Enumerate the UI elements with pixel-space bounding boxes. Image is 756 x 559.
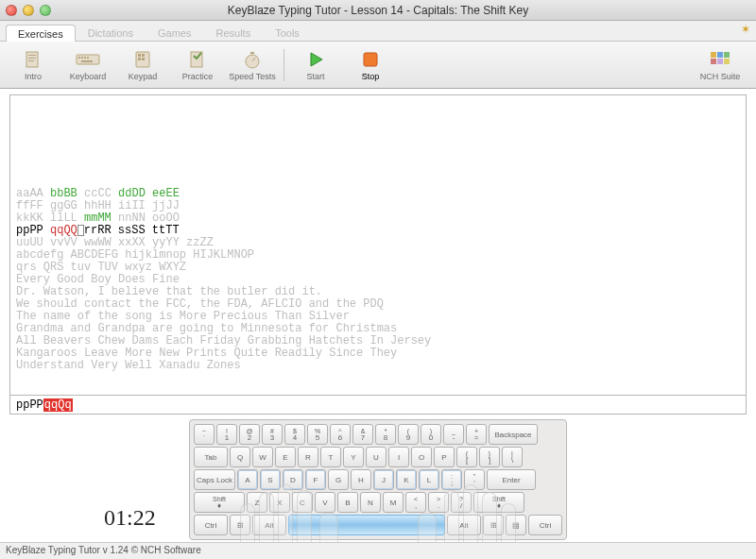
keypad-button[interactable]: Keypad bbox=[119, 44, 166, 86]
nch-label: NCH Suite bbox=[700, 72, 741, 81]
lesson-text: aaAA bbBB ccCC ddDD eeEE ffFF ggGG hhHH … bbox=[9, 94, 747, 396]
keyboard-button[interactable]: Keyboard bbox=[64, 44, 112, 86]
key-o: O bbox=[411, 447, 432, 467]
key-: {[ bbox=[456, 447, 477, 467]
key-p: P bbox=[434, 447, 455, 467]
svg-rect-14 bbox=[142, 58, 145, 60]
key-8: *8 bbox=[375, 424, 396, 445]
statusbar: KeyBlaze Typing Tutor v 1.24 © NCH Softw… bbox=[0, 542, 756, 559]
key-space bbox=[288, 515, 445, 535]
sync-icon[interactable]: ✶ bbox=[741, 23, 750, 36]
practice-icon bbox=[185, 49, 210, 70]
nch-suite-button[interactable]: NCH Suite bbox=[694, 44, 747, 86]
svg-rect-21 bbox=[717, 52, 723, 58]
play-icon bbox=[303, 49, 328, 70]
svg-rect-13 bbox=[138, 58, 141, 60]
tabstrip: Exercises Dictations Games Results Tools… bbox=[0, 21, 756, 42]
svg-rect-1 bbox=[28, 55, 36, 56]
key-5: %5 bbox=[307, 424, 328, 445]
stop-button[interactable]: Stop bbox=[347, 44, 394, 86]
tab-dictations[interactable]: Dictations bbox=[76, 24, 146, 41]
window-controls bbox=[6, 5, 51, 16]
key-x: X bbox=[269, 492, 290, 513]
key-3: #3 bbox=[262, 424, 283, 445]
key-: _- bbox=[443, 424, 464, 445]
key-j: J bbox=[373, 469, 394, 490]
tab-exercises[interactable]: Exercises bbox=[6, 25, 76, 42]
key-2: @2 bbox=[239, 424, 260, 445]
svg-rect-9 bbox=[81, 60, 93, 62]
key-0: )0 bbox=[421, 424, 441, 445]
svg-rect-0 bbox=[26, 52, 38, 67]
key-f: F bbox=[305, 469, 326, 490]
key-u: U bbox=[366, 447, 387, 467]
tab-games[interactable]: Games bbox=[146, 24, 203, 41]
key-w: W bbox=[252, 447, 273, 467]
speedtests-button[interactable]: Speed Tests bbox=[229, 44, 276, 86]
grid-icon bbox=[708, 49, 732, 70]
practice-label: Practice bbox=[182, 72, 214, 81]
key-z: Z bbox=[247, 492, 267, 513]
key-: ▤ bbox=[506, 515, 526, 535]
key-: <, bbox=[405, 492, 426, 513]
practice-button[interactable]: Practice bbox=[174, 44, 221, 86]
key-s: S bbox=[260, 469, 281, 490]
key-: ⊞ bbox=[483, 515, 504, 535]
key-enter: Enter bbox=[487, 469, 536, 490]
key-y: Y bbox=[343, 447, 364, 467]
svg-rect-24 bbox=[717, 59, 723, 64]
content-area: aaAA bbBB ccCC ddDD eeEE ffFF ggGG hhHH … bbox=[0, 89, 756, 416]
intro-button[interactable]: Intro bbox=[9, 44, 57, 86]
tab-tools[interactable]: Tools bbox=[263, 24, 312, 41]
stop-label: Stop bbox=[362, 72, 380, 81]
start-label: Start bbox=[306, 72, 324, 81]
svg-rect-23 bbox=[711, 59, 716, 64]
key-b: B bbox=[337, 492, 358, 513]
input-error: qqQq bbox=[43, 398, 73, 412]
zoom-icon[interactable] bbox=[40, 5, 51, 16]
keypad-icon bbox=[130, 49, 155, 70]
key-: ⊞ bbox=[230, 515, 250, 535]
key-g: G bbox=[328, 469, 349, 490]
key-: }] bbox=[479, 447, 500, 467]
svg-rect-20 bbox=[711, 52, 716, 58]
key-9: (9 bbox=[398, 424, 419, 445]
key-alt: Alt bbox=[252, 515, 286, 535]
stopwatch-icon bbox=[240, 49, 265, 70]
key-l: L bbox=[419, 469, 439, 490]
keyboard-label: Keyboard bbox=[70, 72, 107, 81]
start-button[interactable]: Start bbox=[292, 44, 339, 86]
key-: |\ bbox=[502, 447, 523, 467]
key-q: Q bbox=[230, 447, 250, 467]
minimize-icon[interactable] bbox=[23, 5, 34, 16]
key-1: !1 bbox=[216, 424, 237, 445]
key-backspace: Backspace bbox=[489, 424, 538, 445]
key-: += bbox=[466, 424, 487, 445]
key-a: A bbox=[237, 469, 258, 490]
key-i: I bbox=[388, 447, 409, 467]
key-k: K bbox=[396, 469, 417, 490]
svg-rect-25 bbox=[724, 59, 730, 64]
tab-results[interactable]: Results bbox=[203, 24, 263, 41]
key-m: M bbox=[383, 492, 404, 513]
svg-rect-11 bbox=[138, 54, 141, 57]
svg-rect-19 bbox=[364, 53, 377, 66]
key-v: V bbox=[315, 492, 335, 513]
toolbar: Intro Keyboard Keypad Practice Speed Tes… bbox=[0, 42, 756, 89]
key-7: &7 bbox=[352, 424, 373, 445]
key-r: R bbox=[298, 447, 318, 467]
key-: ?/ bbox=[451, 492, 472, 513]
svg-rect-12 bbox=[142, 54, 145, 57]
svg-rect-3 bbox=[28, 60, 34, 61]
key-alt: Alt bbox=[447, 515, 481, 535]
close-icon[interactable] bbox=[6, 5, 17, 16]
key-c: C bbox=[292, 492, 313, 513]
keypad-label: Keypad bbox=[129, 72, 158, 81]
typing-input[interactable]: ppPP qqQq bbox=[9, 396, 747, 415]
key-h: H bbox=[351, 469, 371, 490]
virtual-keyboard: ~`!1@2#3$4%5^6&7*8(9)0_-+=Backspace TabQ… bbox=[189, 419, 567, 540]
key-ctrl: Ctrl bbox=[528, 515, 562, 535]
key-d: D bbox=[283, 469, 303, 490]
key-capslock: Caps Lock bbox=[194, 469, 235, 490]
speedtests-label: Speed Tests bbox=[229, 72, 275, 81]
